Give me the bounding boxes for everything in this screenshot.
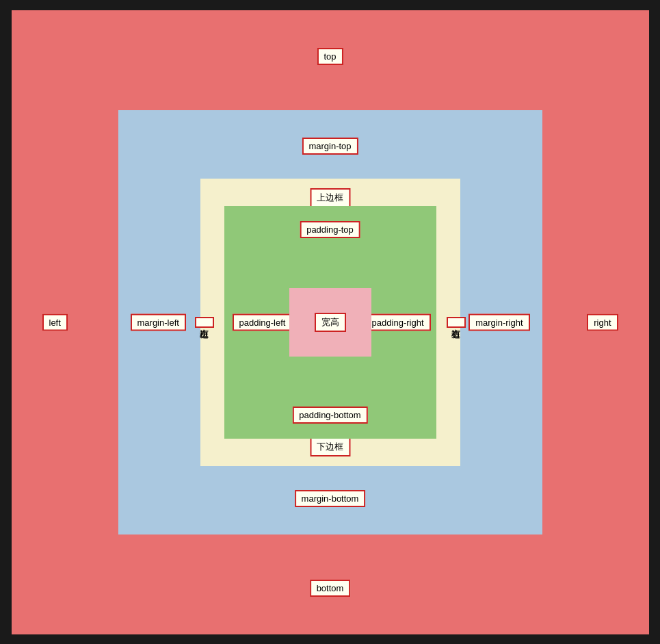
border-left-label: 左边框 <box>195 317 214 328</box>
padding-region: padding-top padding-bottom padding-left … <box>224 206 436 439</box>
padding-top-label: padding-top <box>300 221 360 238</box>
content-label: 宽高 <box>315 313 346 332</box>
margin-bottom-label: margin-bottom <box>295 490 366 507</box>
top-label: top <box>317 48 343 65</box>
padding-left-label: padding-left <box>233 313 293 331</box>
padding-bottom-label: padding-bottom <box>292 407 367 424</box>
margin-right-label: margin-right <box>468 313 529 331</box>
border-region: 上边框 下边框 左边框 右边框 padding-top padding-bott… <box>200 179 460 466</box>
margin-left-label: margin-left <box>131 313 186 331</box>
outer-margin-region: top bottom left right margin-top margin-… <box>9 8 652 637</box>
padding-right-label: padding-right <box>365 313 431 331</box>
bottom-label: bottom <box>310 580 351 597</box>
left-label: left <box>42 313 68 331</box>
border-bottom-label: 下边框 <box>310 437 350 456</box>
margin-top-label: margin-top <box>302 138 358 155</box>
right-label: right <box>587 313 618 331</box>
border-top-label: 上边框 <box>310 188 350 207</box>
content-region: 宽高 <box>289 288 371 357</box>
border-right-label: 右边框 <box>447 317 466 328</box>
margin-region: margin-top margin-bottom margin-left mar… <box>118 110 542 534</box>
